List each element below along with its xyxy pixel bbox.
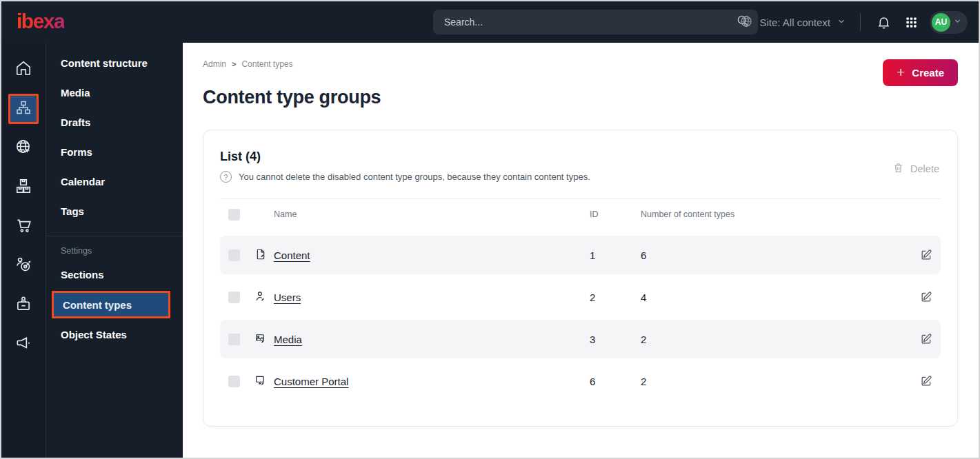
- top-bar: ibexa Site: All context: [1, 1, 979, 43]
- edit-icon[interactable]: [916, 291, 932, 303]
- sidebar-item-object-states[interactable]: Object States: [46, 320, 183, 349]
- primary-nav-rail: [1, 43, 46, 458]
- table-row-media[interactable]: Media 3 2: [220, 320, 941, 358]
- table-row-users[interactable]: Users 2 4: [220, 278, 941, 316]
- sidebar-menu: Content structure Media Drafts Forms Cal…: [46, 43, 183, 458]
- sidebar-item-sections[interactable]: Sections: [46, 260, 183, 289]
- nav-commerce[interactable]: [7, 207, 40, 246]
- delete-button-label: Delete: [910, 163, 939, 174]
- group-id: 6: [590, 376, 641, 387]
- group-id: 2: [590, 292, 641, 303]
- megaphone-icon: [14, 334, 32, 355]
- sidebar-item-content-structure[interactable]: Content structure: [46, 48, 183, 78]
- sitemap-icon: [15, 99, 32, 119]
- user-avatar: AU: [932, 13, 950, 32]
- boxes-icon: [14, 177, 32, 198]
- home-icon: [14, 59, 32, 80]
- nav-marketing[interactable]: [7, 325, 40, 364]
- help-icon: ?: [220, 171, 232, 183]
- cart-icon: [14, 216, 32, 237]
- sidebar-item-tags[interactable]: Tags: [46, 196, 183, 226]
- global-search[interactable]: [433, 10, 758, 34]
- breadcrumb-admin[interactable]: Admin: [203, 59, 226, 69]
- chevron-down-icon: [953, 16, 962, 28]
- plus-icon: +: [897, 65, 905, 79]
- user-icon: [254, 290, 267, 305]
- sidebar-item-drafts[interactable]: Drafts: [46, 108, 183, 137]
- user-menu[interactable]: AU: [930, 11, 968, 34]
- sidebar-settings-header: Settings: [46, 242, 183, 260]
- group-link[interactable]: Users: [274, 292, 301, 303]
- page-title: Content type groups: [203, 87, 958, 108]
- table-row-customer-portal[interactable]: Customer Portal 6 2: [220, 362, 941, 400]
- main-content: Admin > Content types + Create Content t…: [183, 43, 979, 458]
- ibexa-logo: ibexa: [17, 10, 64, 32]
- create-button[interactable]: + Create: [883, 59, 958, 86]
- group-link[interactable]: Media: [274, 334, 302, 345]
- group-count: 2: [641, 334, 916, 345]
- card-divider: [220, 198, 941, 199]
- list-title: List (4): [220, 150, 941, 164]
- app-grid-icon[interactable]: [902, 13, 920, 31]
- row-checkbox[interactable]: [228, 249, 240, 261]
- topbar-divider: [860, 13, 861, 31]
- column-header-name: Name: [267, 210, 590, 219]
- group-id: 3: [590, 334, 641, 345]
- nav-personalization[interactable]: [7, 246, 40, 285]
- file-icon: [254, 248, 267, 263]
- monitor-icon: [254, 374, 267, 389]
- notifications-bell-icon[interactable]: [874, 13, 892, 31]
- breadcrumb-content-types: Content types: [241, 59, 292, 69]
- group-count: 6: [641, 249, 916, 261]
- chevron-down-icon: [837, 17, 846, 28]
- group-link[interactable]: Content: [274, 249, 310, 261]
- group-link[interactable]: Customer Portal: [274, 376, 348, 387]
- edit-icon[interactable]: [916, 333, 932, 345]
- create-button-label: Create: [912, 67, 944, 79]
- site-context-label: Site: All context: [759, 17, 830, 28]
- row-checkbox[interactable]: [228, 376, 240, 387]
- nav-content-structure[interactable]: [7, 89, 40, 128]
- breadcrumb: Admin > Content types: [203, 59, 958, 69]
- breadcrumb-separator: >: [232, 60, 236, 68]
- image-icon: [254, 332, 267, 347]
- edit-icon[interactable]: [916, 375, 932, 387]
- sidebar-item-content-types[interactable]: Content types: [52, 291, 170, 318]
- id-badge-icon: [14, 295, 32, 316]
- person-target-icon: [14, 256, 32, 276]
- nav-product-catalog[interactable]: [7, 167, 40, 207]
- app-window: ibexa Site: All context: [0, 0, 980, 459]
- content-type-groups-card: List (4) ? You cannot delete the disable…: [203, 130, 958, 427]
- group-count: 4: [641, 292, 916, 303]
- globe-pointer-icon: [14, 138, 32, 159]
- edit-icon[interactable]: [916, 249, 932, 261]
- site-context-dropdown[interactable]: Site: All context: [739, 14, 846, 30]
- table-header: Name ID Number of content types: [220, 203, 941, 225]
- nav-site[interactable]: [7, 128, 40, 167]
- group-id: 1: [590, 249, 641, 261]
- list-note: ? You cannot delete the disabled content…: [220, 171, 941, 183]
- sidebar-item-media[interactable]: Media: [46, 78, 183, 108]
- sidebar-item-forms[interactable]: Forms: [46, 137, 183, 167]
- group-count: 2: [641, 376, 916, 387]
- list-note-text: You cannot delete the disabled content t…: [239, 172, 590, 182]
- sidebar-item-calendar[interactable]: Calendar: [46, 167, 183, 196]
- nav-admin[interactable]: [7, 285, 40, 325]
- table-row-content[interactable]: Content 1 6: [220, 236, 941, 274]
- topbar-actions: Site: All context: [739, 1, 968, 43]
- delete-button[interactable]: Delete: [892, 162, 939, 176]
- sidebar-divider: [46, 236, 183, 236]
- row-checkbox[interactable]: [228, 334, 240, 345]
- row-checkbox[interactable]: [228, 292, 240, 303]
- globe-icon: [739, 14, 753, 30]
- table-body: Content 1 6: [220, 236, 941, 400]
- trash-icon: [892, 162, 904, 176]
- search-input[interactable]: [444, 17, 736, 28]
- nav-home[interactable]: [7, 50, 40, 89]
- column-header-count: Number of content types: [641, 210, 916, 219]
- select-all-checkbox[interactable]: [228, 209, 240, 221]
- column-header-id: ID: [590, 210, 641, 219]
